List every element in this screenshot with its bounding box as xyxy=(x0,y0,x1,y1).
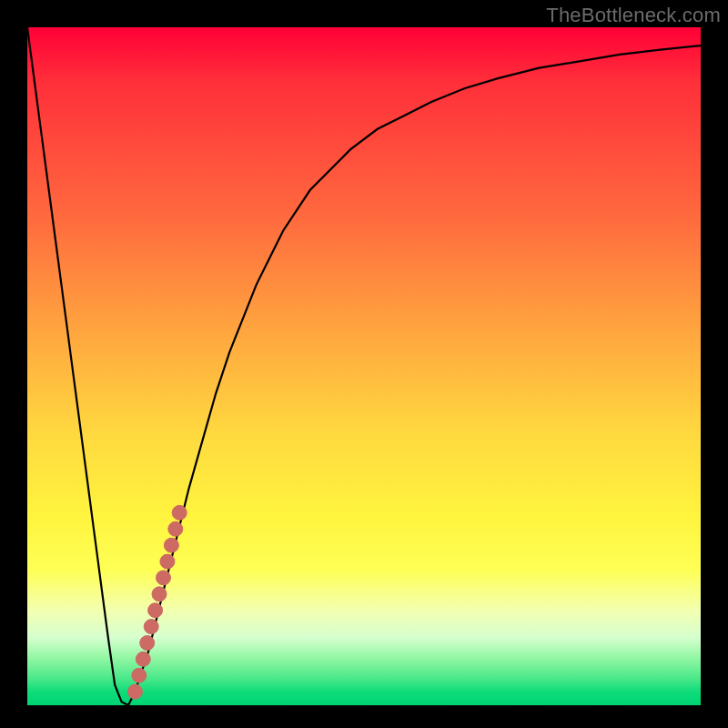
marker-dot xyxy=(172,505,187,520)
marker-dot xyxy=(148,603,163,618)
marker-dot xyxy=(157,571,171,585)
marker-dot xyxy=(144,620,158,634)
chart-frame: TheBottleneck.com xyxy=(0,0,728,728)
marker-dot xyxy=(152,587,167,602)
marker-dot xyxy=(168,521,183,536)
marker-dot xyxy=(127,684,142,699)
marker-dot xyxy=(164,538,178,552)
highlight-markers xyxy=(127,505,187,699)
bottleneck-curve xyxy=(27,27,701,705)
marker-dot xyxy=(132,668,147,682)
watermark-text: TheBottleneck.com xyxy=(546,4,721,27)
marker-dot xyxy=(140,636,155,651)
plot-area xyxy=(27,27,701,705)
curve-svg xyxy=(27,27,701,705)
marker-dot xyxy=(160,554,175,569)
marker-dot xyxy=(136,652,150,666)
